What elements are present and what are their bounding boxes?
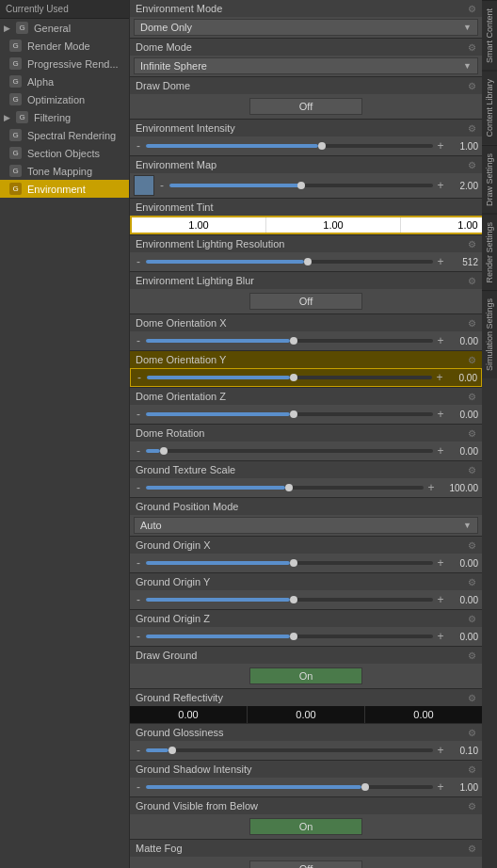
slider-track[interactable] <box>146 339 433 343</box>
tint-input-r[interactable] <box>132 217 266 233</box>
g-badge: G <box>9 129 22 141</box>
sidebar-item-section-objects[interactable]: G Section Objects <box>0 144 129 162</box>
sidebar-item-label: Spectral Rendering <box>27 130 116 141</box>
minus-button[interactable]: - <box>134 780 143 794</box>
gear-icon[interactable]: ⚙ <box>468 577 476 587</box>
env-lighting-blur-button[interactable]: Off <box>249 293 362 310</box>
minus-button[interactable]: - <box>134 444 143 458</box>
minus-button[interactable]: - <box>134 481 143 494</box>
minus-button[interactable]: - <box>134 744 143 757</box>
gear-icon[interactable]: ⚙ <box>468 276 476 286</box>
minus-button[interactable]: - <box>134 139 143 153</box>
sidebar-item-tone-mapping[interactable]: G Tone Mapping <box>0 162 129 180</box>
minus-button[interactable]: - <box>157 179 167 192</box>
sidebar-item-environment[interactable]: G Environment <box>0 180 129 198</box>
reflectivity-g[interactable]: 0.00 <box>248 706 365 723</box>
tab-draw-settings[interactable]: Draw Settings <box>482 145 497 214</box>
plus-button[interactable]: + <box>436 630 445 643</box>
setting-ground-visible-from-below: Ground Visible from Below ⚙ On <box>130 797 482 840</box>
slider-track[interactable] <box>146 486 424 490</box>
slider-track[interactable] <box>146 144 433 148</box>
tab-render-settings[interactable]: Render Settings <box>482 214 497 291</box>
plus-button[interactable]: + <box>435 371 444 384</box>
plus-button[interactable]: + <box>436 556 445 570</box>
g-badge: G <box>9 57 22 70</box>
minus-button[interactable]: - <box>134 593 143 606</box>
slider-track[interactable] <box>146 598 433 602</box>
matte-fog-button[interactable]: Off <box>249 860 362 868</box>
environment-mode-dropdown[interactable]: Dome Only ▼ <box>134 19 478 36</box>
plus-button[interactable]: + <box>436 744 445 757</box>
ground-visible-from-below-button[interactable]: On <box>249 818 362 835</box>
plus-button[interactable]: + <box>436 179 445 192</box>
slider-track[interactable] <box>146 635 433 638</box>
minus-button[interactable]: - <box>134 255 143 268</box>
minus-button[interactable]: - <box>134 630 143 643</box>
slider-value: 0.00 <box>448 410 478 420</box>
sidebar-item-filtering[interactable]: ▶ G Filtering <box>0 108 129 126</box>
draw-ground-button[interactable]: On <box>249 667 362 684</box>
tab-content-library[interactable]: Content Library <box>482 71 497 145</box>
gear-icon[interactable]: ⚙ <box>468 392 476 402</box>
gear-icon[interactable]: ⚙ <box>468 465 476 475</box>
map-thumbnail[interactable] <box>134 175 154 196</box>
plus-button[interactable]: + <box>436 780 445 794</box>
gear-icon[interactable]: ⚙ <box>468 318 476 329</box>
gear-icon[interactable]: ⚙ <box>468 4 476 14</box>
plus-button[interactable]: + <box>436 408 445 421</box>
minus-button[interactable]: - <box>134 334 143 347</box>
tint-input-g[interactable] <box>266 217 401 233</box>
slider-track[interactable] <box>146 260 433 264</box>
reflectivity-r[interactable]: 0.00 <box>130 706 248 723</box>
ground-position-mode-dropdown[interactable]: Auto ▼ <box>134 517 478 534</box>
minus-button[interactable]: - <box>134 408 143 421</box>
sidebar-item-optimization[interactable]: G Optimization <box>0 90 129 108</box>
sidebar-item-label: Filtering <box>34 112 71 123</box>
plus-button[interactable]: + <box>436 139 445 153</box>
gear-icon[interactable]: ⚙ <box>468 42 476 53</box>
gear-icon[interactable]: ⚙ <box>468 428 476 439</box>
gear-icon[interactable]: ⚙ <box>468 844 476 854</box>
setting-environment-intensity: Environment Intensity ⚙ - + 1.00 <box>130 120 482 156</box>
slider-track[interactable] <box>146 449 433 453</box>
gear-icon[interactable]: ⚙ <box>468 728 476 738</box>
gear-icon[interactable]: ⚙ <box>468 693 476 703</box>
gear-icon[interactable]: ⚙ <box>468 355 476 365</box>
gear-icon[interactable]: ⚙ <box>468 614 476 624</box>
tab-simulation-settings[interactable]: Simulation Settings <box>482 290 497 378</box>
plus-button[interactable]: + <box>436 255 445 268</box>
sidebar-item-render-mode[interactable]: G Render Mode <box>0 37 129 55</box>
sidebar-item-general[interactable]: ▶ G General <box>0 19 129 37</box>
plus-button[interactable]: + <box>436 444 445 458</box>
chevron-down-icon: ▼ <box>463 23 472 32</box>
plus-button[interactable]: + <box>436 593 445 606</box>
gear-icon[interactable]: ⚙ <box>468 801 476 812</box>
gear-icon[interactable]: ⚙ <box>468 160 476 170</box>
slider-track[interactable] <box>146 785 433 789</box>
gear-icon[interactable]: ⚙ <box>468 540 476 551</box>
slider-value: 0.00 <box>448 446 478 457</box>
tint-input-b[interactable] <box>401 217 482 233</box>
sidebar-item-alpha[interactable]: G Alpha <box>0 72 129 90</box>
gear-icon[interactable]: ⚙ <box>468 651 476 661</box>
minus-button[interactable]: - <box>135 371 144 384</box>
slider-track[interactable] <box>146 748 433 752</box>
slider-track[interactable] <box>146 561 433 565</box>
gear-icon[interactable]: ⚙ <box>468 81 476 91</box>
sidebar-item-spectral-rendering[interactable]: G Spectral Rendering <box>0 126 129 144</box>
plus-button[interactable]: + <box>426 481 436 494</box>
slider-track[interactable] <box>147 376 432 379</box>
gear-icon[interactable]: ⚙ <box>468 239 476 249</box>
slider-track[interactable] <box>169 184 433 187</box>
dome-mode-dropdown[interactable]: Infinite Sphere ▼ <box>134 57 478 74</box>
slider-track[interactable] <box>146 412 433 416</box>
gear-icon[interactable]: ⚙ <box>468 764 476 775</box>
sidebar-item-progressive-rend[interactable]: G Progressive Rend... <box>0 55 129 72</box>
plus-button[interactable]: + <box>436 334 445 347</box>
gear-icon[interactable]: ⚙ <box>468 123 476 134</box>
reflectivity-b[interactable]: 0.00 <box>365 706 482 723</box>
setting-label-ground-reflectivity: Ground Reflectivity ⚙ <box>130 689 482 706</box>
minus-button[interactable]: - <box>134 556 143 570</box>
draw-dome-button[interactable]: Off <box>249 98 362 115</box>
tab-smart-content[interactable]: Smart Content <box>482 0 497 71</box>
